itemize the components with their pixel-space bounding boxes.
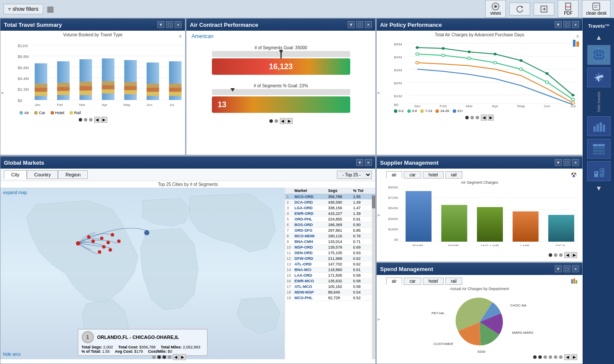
hide-travets-label[interactable]: hide travets <box>595 90 603 114</box>
table-row[interactable]: 2 DCA-ORD 436,590 1.49 <box>285 200 375 205</box>
sidebar-building-icon[interactable] <box>587 161 611 181</box>
svg-rect-34 <box>102 89 115 93</box>
app-maximize[interactable]: □ <box>563 21 570 28</box>
sm-close[interactable]: × <box>572 159 579 166</box>
app-next[interactable]: ▶ <box>488 115 494 121</box>
sm-next[interactable]: ▶ <box>571 252 577 258</box>
sidebar-bar-chart-icon[interactable] <box>587 116 611 136</box>
segs-cell: 297,861 <box>326 228 352 233</box>
airline-link[interactable]: American <box>188 32 374 40</box>
table-row[interactable]: 6 BOS-ORD 186,369 0.90 <box>285 222 375 228</box>
gm-close[interactable]: × <box>365 159 372 166</box>
table-row[interactable]: 3 LGA-ORD 338,156 1.47 <box>285 205 375 211</box>
acp-maximize[interactable]: □ <box>356 21 363 28</box>
tab-country[interactable]: Country <box>27 170 58 179</box>
svg-text:$0: $0 <box>18 99 22 103</box>
app-chart-title: Total Air Charges by Advanced Purchase D… <box>378 32 581 37</box>
gauge-section-1: # of Segments Goal: 35000 16,123 <box>188 40 374 78</box>
spend-tab-car[interactable]: car <box>404 278 421 285</box>
spend-tab-rail[interactable]: rail <box>445 278 462 285</box>
acp-minimize[interactable]: ▼ <box>348 21 355 28</box>
segs-cell: 139,579 <box>326 245 352 250</box>
sidebar-plane-icon[interactable] <box>587 67 611 87</box>
sidebar-table-icon[interactable] <box>587 139 611 159</box>
top-dropdown[interactable]: - Top 25 - <box>337 171 372 179</box>
table-row[interactable]: 10 MSP-ORD 139,579 0.69 <box>285 245 375 250</box>
tts-minimize[interactable]: ▼ <box>157 21 164 28</box>
svg-point-93 <box>91 239 95 243</box>
sm-maximize[interactable]: □ <box>563 159 570 166</box>
table-row[interactable]: 17 ATL-MCO 105,162 0.58 <box>285 284 375 290</box>
table-row[interactable]: 12 DFW-ORD 211,968 0.62 <box>285 256 375 262</box>
show-filters-button[interactable]: ▿ show filters <box>3 4 43 14</box>
views-button[interactable]: views <box>485 0 506 18</box>
pdf-button[interactable]: PDF PDF <box>558 0 579 18</box>
svg-rect-20 <box>35 84 47 88</box>
tts-close[interactable]: × <box>175 21 182 28</box>
tts-maximize[interactable]: □ <box>166 21 173 28</box>
svg-text:Jan: Jan <box>414 104 421 108</box>
sidebar-up-arrow[interactable]: ▲ <box>595 33 603 42</box>
sidebar-down-arrow[interactable]: ▼ <box>595 184 603 193</box>
spend-minimize[interactable]: ▼ <box>555 265 562 272</box>
tts-prev[interactable]: ◀ <box>94 117 100 123</box>
app-chart-type-icon[interactable] <box>572 39 581 48</box>
tab-region[interactable]: Region <box>58 170 88 179</box>
table-row[interactable]: 18 MDW-MSP 88,649 0.54 <box>285 290 375 295</box>
sm-prev[interactable]: ◀ <box>564 252 570 258</box>
spend-tab-air[interactable]: air <box>386 278 402 285</box>
bar-chart-icon[interactable]: ▩ <box>47 4 54 14</box>
gm-next[interactable]: ▶ <box>180 354 186 360</box>
svg-point-95 <box>106 241 110 244</box>
table-row[interactable]: 14 BNA-MCI 118,860 0.61 <box>285 267 375 273</box>
refresh-button[interactable] <box>509 3 530 16</box>
acp-close[interactable]: × <box>365 21 372 28</box>
svg-rect-116 <box>548 215 574 242</box>
spend-maximize[interactable]: □ <box>563 265 570 272</box>
sm-tab-hotel[interactable]: hotel <box>423 171 444 179</box>
svg-rect-153 <box>595 172 597 173</box>
pct-cell: 0.69 <box>352 245 371 250</box>
clean-desk-button[interactable]: clean desk <box>582 0 611 18</box>
table-row[interactable]: 19 MCO-PHL 92,729 0.52 <box>285 295 375 301</box>
sm-tab-air[interactable]: air <box>386 171 402 179</box>
table-row[interactable]: 1 MCO-ORD 356,788 1.55 <box>285 194 375 200</box>
sm-palette-icon[interactable] <box>570 171 577 178</box>
table-row[interactable]: 7 ORD-SFO 297,861 0.85 <box>285 228 375 233</box>
gm-prev[interactable]: ◀ <box>173 354 179 360</box>
market-cell: DFW-ORD <box>293 256 326 262</box>
app-minimize[interactable]: ▼ <box>555 21 562 28</box>
acp-controls: ▼ □ × <box>348 21 372 28</box>
table-row[interactable]: 15 LAX-ORD 171,505 0.58 <box>285 273 375 278</box>
table-scrollbar-track <box>372 195 375 359</box>
sm-tab-car[interactable]: car <box>404 171 421 179</box>
sm-minimize[interactable]: ▼ <box>555 159 562 166</box>
sidebar-globe-icon[interactable] <box>587 45 611 65</box>
spend-chart-icon[interactable] <box>570 278 577 284</box>
acp-prev[interactable]: ◀ <box>280 118 286 124</box>
svg-rect-37 <box>124 86 137 90</box>
svg-text:LHR-: LHR- <box>520 244 531 246</box>
tts-next[interactable]: ▶ <box>101 117 107 123</box>
table-row[interactable]: 11 DEN-ORD 175,105 0.63 <box>285 250 375 256</box>
spend-close[interactable]: × <box>572 265 579 272</box>
segs-cell: 356,788 <box>326 194 352 200</box>
app-prev[interactable]: ◀ <box>481 115 487 121</box>
svg-text:$2.2M: $2.2M <box>18 88 29 92</box>
table-scrollbar-thumb[interactable] <box>372 195 375 208</box>
hide-arcs-link[interactable]: hide arcs <box>3 352 21 357</box>
tab-city[interactable]: City <box>4 170 27 179</box>
table-row[interactable]: 16 EWR-MCO 135,632 0.58 <box>285 278 375 284</box>
expand-map-link[interactable]: expand map <box>3 190 27 195</box>
gm-minimize[interactable]: ▼ <box>356 159 363 166</box>
table-row[interactable]: 9 BNA-CMH 133,014 0.71 <box>285 239 375 245</box>
table-row[interactable]: 8 MCO-MDW 180,116 0.76 <box>285 233 375 239</box>
sm-tab-rail[interactable]: rail <box>445 171 462 179</box>
acp-next[interactable]: ▶ <box>287 118 293 124</box>
share-button[interactable] <box>534 3 554 16</box>
table-row[interactable]: 13 ATL-ORD 147,702 0.62 <box>285 262 375 267</box>
app-close[interactable]: × <box>572 21 579 28</box>
table-row[interactable]: 5 ORD-PHL 224,855 0.91 <box>285 217 375 222</box>
table-row[interactable]: 4 EWR-ORD 415,227 1.39 <box>285 211 375 217</box>
spend-tab-hotel[interactable]: hotel <box>423 278 444 285</box>
